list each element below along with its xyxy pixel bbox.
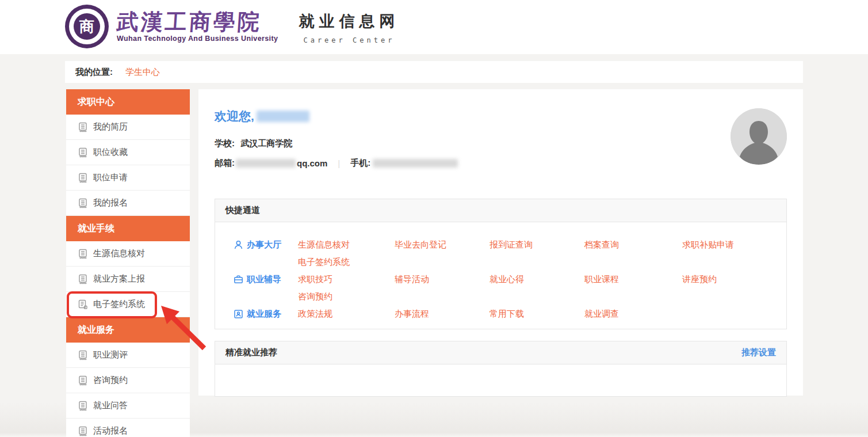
quick-link[interactable]: 求职补贴申请 [682, 236, 734, 253]
sidebar-section-header: 求职中心 [66, 89, 190, 115]
quick-link-cell: 讲座预约 [682, 271, 717, 288]
redacted-email-prefix [236, 159, 296, 168]
quick-link[interactable]: 档案查询 [584, 236, 682, 253]
breadcrumb-student-center-link[interactable]: 学生中心 [125, 67, 160, 78]
quick-link-cell: 生源信息核对电子签约系统 [298, 236, 395, 271]
recommendation-title: 精准就业推荐 [225, 347, 277, 358]
quick-category-label: 办事大厅 [247, 236, 281, 253]
quick-link[interactable]: 报到证查询 [490, 236, 584, 253]
quick-category-link[interactable]: 就业服务 [234, 305, 298, 322]
avatar[interactable] [731, 108, 787, 165]
document-icon [78, 375, 88, 386]
email-label: 邮箱: [215, 158, 235, 169]
sidebar-item-label: 电子签约系统 [93, 299, 145, 310]
quick-access-row: 办事大厅生源信息核对电子签约系统毕业去向登记报到证查询档案查询求职补贴申请 [234, 236, 786, 271]
sidebar-item[interactable]: 职业测评 [66, 343, 190, 368]
site-title-cn: 就业信息网 [299, 11, 399, 32]
briefcase-icon [234, 275, 243, 284]
quick-link[interactable]: 电子签约系统 [298, 253, 395, 271]
university-name-cn: 武漢工商學院 [116, 10, 279, 33]
sidebar-item[interactable]: 生源信息核对 [66, 241, 190, 267]
sidebar-menu: 求职中心我的简历职位收藏职位申请我的报名就业手续生源信息核对就业方案上报电子签约… [66, 89, 190, 437]
sidebar-item[interactable]: 活动报名 [66, 419, 190, 437]
quick-category-label: 就业服务 [247, 305, 281, 322]
main-content: 欢迎您, 学校: 武汉工商学院 邮箱: qq.com | 手机: 快捷通道 办事… [198, 89, 803, 396]
quick-link-cell: 办事流程 [395, 305, 490, 322]
document-sign-icon [78, 299, 88, 310]
quick-category-link[interactable]: 办事大厅 [234, 236, 298, 253]
document-icon [78, 426, 88, 436]
quick-link-cell: 求职技巧咨询预约 [298, 271, 395, 305]
school-value: 武汉工商学院 [240, 138, 292, 148]
quick-access-panel: 快捷通道 办事大厅生源信息核对电子签约系统毕业去向登记报到证查询档案查询求职补贴… [215, 199, 787, 329]
quick-link[interactable]: 职业课程 [584, 271, 682, 288]
quick-link-cell: 辅导活动 [395, 271, 490, 288]
sidebar-item-label: 活动报名 [93, 425, 128, 436]
recommendation-settings-link[interactable]: 推荐设置 [741, 347, 776, 358]
sidebar-item[interactable]: 咨询预约 [66, 368, 190, 393]
quick-link[interactable]: 求职技巧 [298, 271, 395, 288]
quick-link[interactable]: 常用下载 [490, 305, 584, 322]
breadcrumb-label: 我的位置: [75, 67, 113, 78]
sidebar-item[interactable]: 我的报名 [66, 191, 190, 216]
document-icon [78, 249, 88, 259]
document-icon [78, 401, 88, 411]
quick-access-title: 快捷通道 [225, 205, 260, 216]
document-icon [78, 198, 88, 208]
redacted-phone-number [373, 159, 458, 168]
quick-link[interactable]: 就业调查 [584, 305, 682, 322]
sidebar-item-label: 咨询预约 [93, 375, 128, 386]
sidebar-item-label: 职位申请 [93, 172, 128, 183]
redacted-user-name [257, 111, 309, 122]
document-icon [78, 350, 88, 360]
sidebar-section-header: 就业服务 [66, 317, 190, 343]
sidebar-item-label: 我的报名 [93, 197, 128, 208]
quick-link[interactable]: 咨询预约 [298, 288, 395, 305]
logo: 商 武漢工商學院 Wuhan Technology And Business U… [65, 5, 399, 48]
quick-link-cell: 常用下载 [490, 305, 584, 322]
quick-link[interactable]: 就业心得 [490, 271, 584, 288]
sidebar-item[interactable]: 我的简历 [66, 115, 190, 140]
quick-access-panel-header: 快捷通道 [215, 199, 786, 222]
school-row: 学校: 武汉工商学院 [215, 138, 787, 149]
quick-link-cell: 职业课程 [584, 271, 682, 288]
quick-link-cell: 档案查询 [584, 236, 682, 253]
quick-link[interactable]: 讲座预约 [682, 271, 717, 288]
welcome-heading: 欢迎您, [215, 108, 787, 124]
sidebar-item-label: 就业方案上报 [93, 273, 145, 284]
quick-category-label: 职业辅导 [247, 271, 281, 288]
service-icon [234, 309, 243, 319]
site-title-en: Career Center [299, 36, 399, 44]
recommendation-panel: 精准就业推荐 推荐设置 [215, 341, 787, 397]
breadcrumb: 我的位置: 学生中心 [65, 61, 803, 83]
avatar-silhouette-icon [731, 108, 787, 165]
quick-link[interactable]: 政策法规 [298, 305, 395, 322]
welcome-prefix: 欢迎您, [215, 108, 254, 124]
quick-link[interactable]: 生源信息核对 [298, 236, 395, 253]
sidebar-item[interactable]: 就业方案上报 [66, 267, 190, 292]
sidebar-section-header: 就业手续 [66, 216, 190, 241]
sidebar-item[interactable]: 职位申请 [66, 165, 190, 191]
recommendation-empty-body [215, 364, 786, 396]
sidebar-item[interactable]: 职位收藏 [66, 140, 190, 165]
university-emblem-logo: 商 [65, 5, 109, 48]
sidebar-item-label: 我的简历 [93, 121, 128, 132]
quick-category-link[interactable]: 职业辅导 [234, 271, 298, 288]
quick-link[interactable]: 毕业去向登记 [395, 236, 490, 253]
quick-link[interactable]: 办事流程 [395, 305, 490, 322]
quick-access-row: 职业辅导求职技巧咨询预约辅导活动就业心得职业课程讲座预约 [234, 271, 786, 305]
sidebar-item[interactable]: 电子签约系统 [66, 292, 190, 317]
quick-link-cell: 政策法规 [298, 305, 395, 322]
quick-link[interactable]: 辅导活动 [395, 271, 490, 288]
document-icon [78, 173, 88, 183]
sidebar-item[interactable]: 就业问答 [66, 393, 190, 419]
quick-link-cell: 就业心得 [490, 271, 584, 288]
quick-link-cell: 就业调查 [584, 305, 682, 322]
quick-link-cell: 求职补贴申请 [682, 236, 734, 253]
email-suffix: qq.com [297, 158, 327, 168]
sidebar-item-label: 生源信息核对 [93, 248, 145, 259]
sidebar-item-label: 职位收藏 [93, 147, 128, 158]
document-icon [78, 274, 88, 284]
document-icon [78, 122, 88, 132]
recommendation-panel-header: 精准就业推荐 推荐设置 [215, 341, 786, 364]
